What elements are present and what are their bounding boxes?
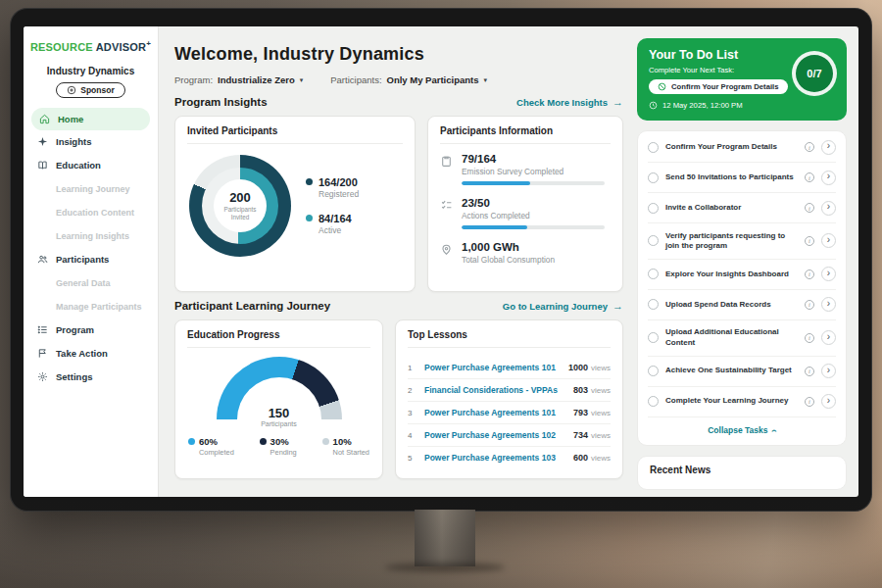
sidebar-item-home[interactable]: Home — [31, 108, 150, 130]
collapse-tasks-link[interactable]: Collapse Tasks › — [648, 417, 836, 443]
lesson-link[interactable]: Power Purchase Agreements 102 — [424, 430, 565, 440]
gear-icon — [37, 371, 48, 382]
program-insights-cards: Invited Participants 200 Participants In… — [174, 116, 623, 292]
checklist-icon — [440, 199, 453, 212]
sidebar-item-manage-participants[interactable]: Manage Participants — [24, 295, 158, 318]
chevron-right-icon[interactable]: › — [821, 201, 836, 216]
check-more-insights-link[interactable]: Check More Insights → — [516, 96, 623, 108]
invited-donut: 200 Participants Invited — [189, 155, 291, 257]
legend-not-started: 10% Not Started — [322, 436, 369, 457]
logo-advisor: ADVISOR — [96, 41, 147, 53]
task-checkbox[interactable] — [648, 299, 659, 310]
info-icon[interactable]: i — [805, 270, 814, 279]
chevron-right-icon[interactable]: › — [821, 171, 836, 185]
chevron-right-icon[interactable]: › — [821, 297, 836, 312]
sponsor-badge[interactable]: Sponsor — [56, 82, 124, 98]
info-icon[interactable]: i — [805, 397, 814, 407]
sidebar-item-education-content[interactable]: Education Content — [24, 201, 158, 224]
task-item[interactable]: Upload Spend Data Records i › — [648, 290, 836, 320]
info-icon[interactable]: i — [805, 236, 814, 246]
task-item[interactable]: Complete Your Learning Journey i › — [648, 387, 836, 417]
lesson-link[interactable]: Power Purchase Agreements 101 — [424, 408, 565, 417]
info-icon[interactable]: i — [805, 142, 814, 152]
recent-news-card[interactable]: Recent News — [637, 456, 847, 490]
sidebar-item-take-action[interactable]: Take Action — [24, 342, 158, 366]
lesson-row: 4 Power Purchase Agreements 102 734views — [408, 424, 611, 447]
task-checkbox[interactable] — [648, 203, 659, 214]
clipboard-icon — [440, 155, 453, 168]
info-icon[interactable]: i — [805, 172, 814, 182]
sidebar-nav: Home Insights Education Learning Journey… — [24, 108, 158, 389]
info-icon[interactable]: i — [805, 367, 814, 376]
app-screen: RESOURCE ADVISOR+ Industry Dynamics Spon… — [24, 26, 858, 497]
lesson-link[interactable]: Power Purchase Agreements 101 — [424, 363, 561, 372]
task-item[interactable]: Achieve One Sustainability Target i › — [648, 357, 836, 387]
arrow-right-icon: → — [612, 300, 623, 312]
todo-task-list: Confirm Your Program Details i › Send 50… — [637, 130, 847, 446]
sidebar-item-participants[interactable]: Participants — [24, 248, 158, 271]
chevron-up-icon: › — [769, 428, 780, 431]
sidebar-item-learning-journey[interactable]: Learning Journey — [24, 177, 158, 201]
task-item[interactable]: Verify participants requesting to join t… — [648, 223, 836, 260]
sidebar-item-education[interactable]: Education — [24, 154, 158, 177]
sidebar-item-settings[interactable]: Settings — [24, 366, 158, 389]
todo-progress-ring: 0/7 — [792, 51, 837, 96]
program-dropdown[interactable]: Program: Industrialize Zero ▾ — [174, 74, 303, 85]
chevron-down-icon: ▾ — [484, 76, 488, 84]
next-task-pill[interactable]: Confirm Your Program Details — [649, 79, 788, 94]
go-to-learning-journey-link[interactable]: Go to Learning Journey → — [503, 300, 623, 312]
legend-registered: 164/200 Registered — [306, 176, 359, 199]
info-icon[interactable]: i — [805, 203, 814, 213]
lesson-link[interactable]: Financial Considerations - VPPAs — [424, 385, 565, 395]
task-item[interactable]: Invite a Collaborator i › — [648, 193, 836, 223]
task-checkbox[interactable] — [648, 366, 659, 376]
legend-dot — [306, 178, 313, 185]
invited-legend: 164/200 Registered 84/164 Active — [306, 176, 359, 235]
legend-dot — [322, 438, 329, 445]
list-icon — [37, 324, 48, 335]
participants-info-card: Participants Information 79/164 Emission… — [427, 116, 623, 292]
lesson-link[interactable]: Power Purchase Agreements 103 — [424, 453, 565, 463]
sidebar-item-insights[interactable]: Insights — [24, 130, 158, 154]
due-date: 12 May 2025, 12:00 PM — [649, 101, 835, 110]
chevron-right-icon[interactable]: › — [821, 364, 836, 378]
sidebar-item-learning-insights[interactable]: Learning Insights — [24, 224, 158, 248]
actions-progress-bar — [462, 225, 605, 229]
task-item[interactable]: Explore Your Insights Dashboard i › — [648, 260, 836, 290]
task-item[interactable]: Confirm Your Program Details i › — [648, 132, 836, 163]
brand-logo: RESOURCE ADVISOR+ — [24, 39, 158, 53]
sidebar-item-general-data[interactable]: General Data — [24, 271, 158, 295]
card-title: Education Progress — [187, 329, 370, 348]
task-checkbox[interactable] — [648, 269, 659, 279]
task-checkbox[interactable] — [648, 396, 659, 407]
monitor-frame: RESOURCE ADVISOR+ Industry Dynamics Spon… — [10, 8, 872, 512]
chevron-right-icon[interactable]: › — [821, 140, 836, 155]
chevron-right-icon[interactable]: › — [821, 267, 836, 281]
chevron-right-icon[interactable]: › — [821, 394, 836, 409]
task-item[interactable]: Send 50 Invitations to Participants i › — [648, 163, 836, 193]
book-icon — [37, 160, 48, 171]
legend-dot — [306, 215, 313, 221]
filter-bar: Program: Industrialize Zero ▾ Participan… — [174, 74, 623, 85]
chevron-right-icon[interactable]: › — [821, 233, 836, 248]
info-icon[interactable]: i — [805, 333, 814, 343]
invited-donut-inner-ring: 200 Participants Invited — [202, 168, 278, 244]
participants-dropdown[interactable]: Participants: Only My Participants ▾ — [330, 74, 487, 85]
home-icon — [39, 114, 50, 124]
lesson-row: 1 Power Purchase Agreements 101 1000view… — [408, 357, 611, 379]
education-gauge: 150 Participants — [217, 357, 342, 427]
task-checkbox[interactable] — [648, 142, 659, 153]
flag-icon — [37, 348, 48, 359]
card-title: Top Lessons — [408, 329, 611, 348]
task-checkbox[interactable] — [648, 235, 659, 246]
info-icon[interactable]: i — [805, 300, 814, 310]
task-item[interactable]: Upload Additional Educational Content i … — [648, 320, 836, 357]
sidebar-item-program[interactable]: Program — [24, 318, 158, 342]
chevron-right-icon[interactable]: › — [821, 330, 836, 345]
logo-plus: + — [146, 39, 151, 48]
task-checkbox[interactable] — [648, 332, 659, 343]
recent-news-title: Recent News — [650, 465, 710, 475]
stat-global-consumption: 1,000 GWh Total Global Consumption — [440, 241, 611, 270]
education-progress-card: Education Progress 150 Participants — [174, 319, 383, 479]
task-checkbox[interactable] — [648, 172, 659, 183]
